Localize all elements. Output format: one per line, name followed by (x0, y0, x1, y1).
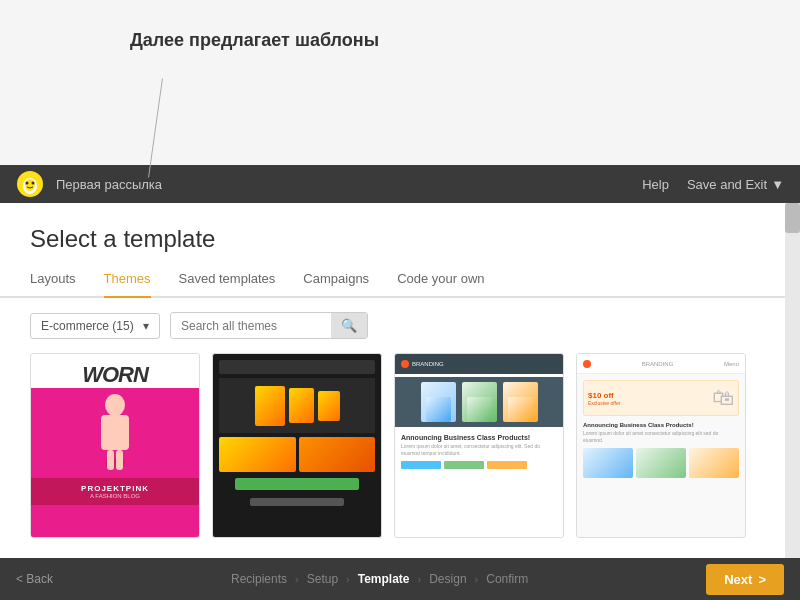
breadcrumb-sep-3: › (418, 573, 422, 585)
annotation-line (148, 78, 163, 177)
svg-point-5 (105, 394, 125, 416)
tmpl-light-body-text: Lorem ipsum dolor sit amet consectetur a… (583, 430, 739, 444)
tmpl-dark-cell1 (219, 437, 296, 472)
svg-rect-8 (107, 450, 114, 470)
tmpl-fashion-logo: WORN (82, 362, 148, 388)
breadcrumb-template[interactable]: Template (358, 572, 410, 586)
tmpl-blue-logo-dot (401, 360, 409, 368)
tmpl-blue-text: Lorem ipsum dolor sit amet, consectetur … (401, 443, 557, 457)
tmpl-light-products (577, 444, 745, 482)
search-input[interactable] (171, 314, 331, 338)
template-grid: WORN PROJEKTPINK A FASHION BLOG (0, 353, 785, 538)
breadcrumb-sep-1: › (295, 573, 299, 585)
tmpl-light-prod1 (583, 448, 633, 478)
svg-point-3 (26, 182, 29, 185)
fashion-person-svg (85, 393, 145, 473)
tmpl-fashion-bottom: PROJEKTPINK A FASHION BLOG (31, 478, 199, 505)
svg-rect-11 (121, 415, 127, 433)
svg-rect-9 (116, 450, 123, 470)
tmpl-light-bag-icon: 🛍 (712, 385, 734, 411)
tmpl-light-logo-dot (583, 360, 591, 368)
tmpl-light-nav: Menu (724, 361, 739, 367)
save-exit-button[interactable]: Save and Exit ▼ (687, 177, 784, 192)
tmpl-dark-box1 (255, 386, 285, 426)
template-card-dark-product[interactable] (212, 353, 382, 538)
category-dropdown[interactable]: E-commerce (15) ▾ (30, 313, 160, 339)
search-box: 🔍 (170, 312, 368, 339)
svg-rect-10 (103, 415, 109, 433)
main-content: Select a template Layouts Themes Saved t… (0, 203, 785, 558)
tab-campaigns[interactable]: Campaigns (303, 271, 369, 298)
next-button[interactable]: Next > (706, 564, 784, 595)
breadcrumb-sep-2: › (346, 573, 350, 585)
scrollbar[interactable] (785, 203, 800, 558)
tmpl-light-body: Announcing Business Class Products! Lore… (577, 422, 745, 444)
campaign-name: Первая рассылка (56, 177, 642, 192)
breadcrumb-setup[interactable]: Setup (307, 572, 338, 586)
tmpl-dark-cta (235, 478, 360, 490)
svg-point-2 (25, 179, 35, 191)
template-card-light-business[interactable]: BRANDING Menu $10 off Exclusive offer 🛍 … (576, 353, 746, 538)
page-title: Select a template (0, 203, 785, 271)
tmpl-blue-product2 (462, 382, 497, 422)
tmpl-fashion-name: PROJEKTPINK (37, 484, 193, 493)
tmpl-fashion-sub: A FASHION BLOG (37, 493, 193, 499)
tmpl-blue-logo-text: BRANDING (412, 361, 444, 367)
breadcrumb-confirm[interactable]: Confirm (486, 572, 528, 586)
breadcrumb-design[interactable]: Design (429, 572, 466, 586)
tab-saved-templates[interactable]: Saved templates (179, 271, 276, 298)
tmpl-dark-cell2 (299, 437, 376, 472)
tmpl-blue-btn3 (487, 461, 527, 469)
scrollbar-thumb[interactable] (785, 203, 800, 233)
tmpl-blue-header: BRANDING (395, 354, 563, 374)
tmpl-dark-text-line (250, 498, 344, 506)
tab-themes[interactable]: Themes (104, 271, 151, 298)
breadcrumb-recipients[interactable]: Recipients (231, 572, 287, 586)
tmpl-dark-header (219, 360, 375, 374)
help-link[interactable]: Help (642, 177, 669, 192)
tmpl-dark-box3 (318, 391, 340, 421)
tmpl-light-promo: $10 off Exclusive offer 🛍 (583, 380, 739, 416)
tmpl-blue-btn2 (444, 461, 484, 469)
tabs-container: Layouts Themes Saved templates Campaigns… (0, 271, 785, 298)
bottom-navbar: < Back Recipients › Setup › Template › D… (0, 558, 800, 600)
tmpl-dark-row (219, 437, 375, 472)
tmpl-light-promo-sub: Exclusive offer (588, 400, 620, 406)
svg-point-4 (32, 182, 35, 185)
tmpl-blue-content: Announcing Business Class Products! Lore… (395, 430, 563, 473)
template-card-fashion[interactable]: WORN PROJEKTPINK A FASHION BLOG (30, 353, 200, 538)
nav-right: Help Save and Exit ▼ (642, 177, 784, 192)
tmpl-dark-box2 (289, 388, 314, 423)
tmpl-light-body-title: Announcing Business Class Products! (583, 422, 739, 428)
next-icon: > (758, 572, 766, 587)
filter-row: E-commerce (15) ▾ 🔍 (0, 298, 785, 353)
template-card-blue-business[interactable]: BRANDING Announcing Business Class Produ… (394, 353, 564, 538)
tmpl-light-prod3 (689, 448, 739, 478)
tmpl-dark-hero (219, 378, 375, 433)
tab-code-your-own[interactable]: Code your own (397, 271, 484, 298)
next-label: Next (724, 572, 752, 587)
tmpl-fashion-image (31, 388, 199, 478)
tmpl-light-logo-text: BRANDING (642, 361, 674, 367)
tab-layouts[interactable]: Layouts (30, 271, 76, 298)
breadcrumb-sep-4: › (475, 573, 479, 585)
back-button[interactable]: < Back (16, 572, 53, 586)
mailchimp-logo (16, 170, 44, 198)
tmpl-blue-hero (395, 377, 563, 427)
tmpl-blue-product1 (421, 382, 456, 422)
tmpl-light-header: BRANDING Menu (577, 354, 745, 374)
top-navbar: Первая рассылка Help Save and Exit ▼ (0, 165, 800, 203)
tmpl-light-prod2 (636, 448, 686, 478)
tmpl-light-promo-content: $10 off Exclusive offer (588, 391, 620, 406)
tmpl-blue-btn1 (401, 461, 441, 469)
annotation-text: Далее предлагает шаблоны (130, 30, 379, 51)
tmpl-blue-product3 (503, 382, 538, 422)
tmpl-blue-title: Announcing Business Class Products! (401, 434, 557, 441)
search-button[interactable]: 🔍 (331, 313, 367, 338)
breadcrumb: Recipients › Setup › Template › Design ›… (53, 572, 706, 586)
tmpl-light-price: $10 off (588, 391, 620, 400)
